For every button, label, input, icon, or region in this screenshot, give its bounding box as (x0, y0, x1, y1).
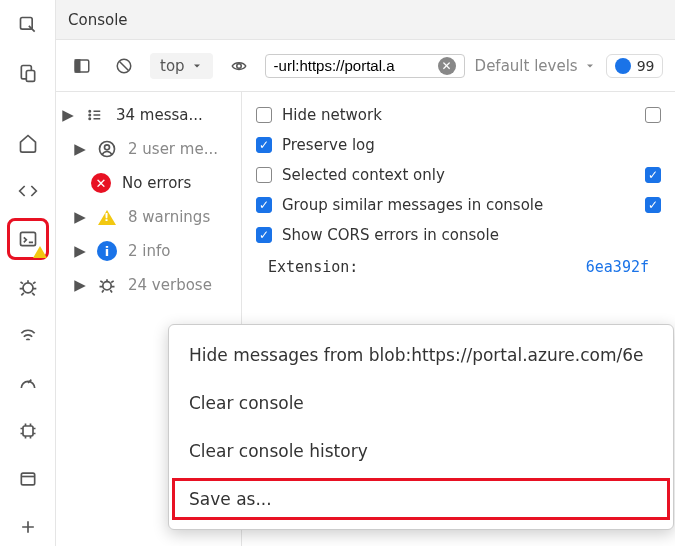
info-icon: i (96, 240, 118, 262)
console-toolbar: top ✕ Default levels 99 (56, 40, 675, 92)
panel-title: Console (56, 0, 675, 40)
warning-badge-icon (33, 246, 47, 258)
extension-link[interactable]: 6ea392f (586, 258, 649, 276)
setting-label: Show CORS errors in console (282, 226, 499, 244)
svg-point-12 (89, 114, 91, 116)
checkbox[interactable] (256, 167, 272, 183)
setting-preserve-log[interactable]: Preserve log (252, 130, 665, 160)
console-icon[interactable] (11, 222, 45, 256)
panel-title-text: Console (68, 11, 128, 29)
sidebar-toggle-button[interactable] (66, 50, 98, 82)
disclosure-icon: ▶ (62, 106, 74, 124)
device-icon[interactable] (11, 56, 45, 90)
error-icon: ✕ (90, 172, 112, 194)
sidebar-item-label: 2 user me... (128, 140, 231, 158)
elements-icon[interactable] (11, 174, 45, 208)
devtools-left-rail (0, 0, 56, 546)
list-icon (84, 104, 106, 126)
setting-label: Preserve log (282, 136, 375, 154)
sidebar-item-label: 2 info (128, 242, 231, 260)
disclosure-icon: ▶ (74, 140, 86, 158)
memory-icon[interactable] (11, 414, 45, 448)
checkbox-secondary[interactable] (645, 167, 661, 183)
checkbox-secondary[interactable] (645, 107, 661, 123)
svg-point-4 (23, 283, 33, 293)
setting-label: Selected context only (282, 166, 445, 184)
checkbox[interactable] (256, 107, 272, 123)
user-circle-icon (96, 138, 118, 160)
checkbox[interactable] (256, 137, 272, 153)
add-tab-icon[interactable] (11, 510, 45, 544)
clear-console-button[interactable] (108, 50, 140, 82)
bug-icon[interactable] (11, 270, 45, 304)
disclosure-icon: ▶ (74, 242, 86, 260)
sidebar-item-warnings[interactable]: ▶ 8 warnings (56, 200, 241, 234)
disclosure-icon: ▶ (74, 276, 86, 294)
chevron-down-icon (584, 60, 596, 72)
sidebar-item-verbose[interactable]: ▶ 24 verbose (56, 268, 241, 302)
setting-label: Hide network (282, 106, 382, 124)
setting-cors-errors[interactable]: Show CORS errors in console (252, 220, 665, 250)
filter-input[interactable] (274, 57, 438, 74)
setting-selected-context[interactable]: Selected context only (252, 160, 665, 190)
sidebar-item-label: 8 warnings (128, 208, 231, 226)
chevron-down-icon (191, 60, 203, 72)
svg-rect-8 (75, 60, 80, 72)
svg-point-15 (105, 145, 110, 150)
inspect-icon[interactable] (11, 8, 45, 42)
svg-point-16 (103, 282, 111, 290)
performance-icon[interactable] (11, 366, 45, 400)
filter-clear-button[interactable]: ✕ (438, 57, 456, 75)
extension-message-row[interactable]: Extension: 6ea392f (252, 250, 665, 284)
sidebar-item-label: 24 verbose (128, 276, 231, 294)
application-icon[interactable] (11, 462, 45, 496)
sidebar-item-user[interactable]: ▶ 2 user me... (56, 132, 241, 166)
context-menu-clear-history[interactable]: Clear console history (169, 427, 673, 475)
svg-point-11 (89, 111, 91, 113)
sidebar-item-label: 34 messa... (116, 106, 231, 124)
context-label: top (160, 57, 185, 75)
issue-indicator-icon (615, 58, 631, 74)
context-menu-clear-console[interactable]: Clear console (169, 379, 673, 427)
svg-rect-5 (23, 426, 33, 436)
svg-point-10 (236, 63, 241, 68)
home-icon[interactable] (11, 126, 45, 160)
sidebar-item-info[interactable]: ▶ i 2 info (56, 234, 241, 268)
svg-point-13 (89, 118, 91, 120)
setting-hide-network[interactable]: Hide network (252, 100, 665, 130)
sidebar-item-label: No errors (122, 174, 231, 192)
checkbox-secondary[interactable] (645, 197, 661, 213)
context-menu-hide-messages[interactable]: Hide messages from blob:https://portal.a… (169, 331, 673, 379)
checkbox[interactable] (256, 197, 272, 213)
svg-rect-3 (20, 232, 35, 245)
issues-count: 99 (637, 58, 655, 74)
context-menu-save-as[interactable]: Save as... (169, 475, 673, 523)
warning-icon (96, 206, 118, 228)
checkbox[interactable] (256, 227, 272, 243)
setting-label: Group similar messages in console (282, 196, 543, 214)
log-levels-selector[interactable]: Default levels (475, 57, 596, 75)
sidebar-item-messages[interactable]: ▶ 34 messa... (56, 98, 241, 132)
context-selector[interactable]: top (150, 53, 213, 79)
network-icon[interactable] (11, 318, 45, 352)
svg-rect-2 (26, 71, 34, 82)
levels-label: Default levels (475, 57, 578, 75)
sidebar-item-errors[interactable]: ✕ No errors (56, 166, 241, 200)
context-menu: Hide messages from blob:https://portal.a… (168, 324, 674, 530)
setting-group-similar[interactable]: Group similar messages in console (252, 190, 665, 220)
issues-button[interactable]: 99 (606, 54, 664, 78)
bug-small-icon (96, 274, 118, 296)
live-expression-button[interactable] (223, 50, 255, 82)
svg-rect-6 (21, 473, 34, 485)
extension-label: Extension: (268, 258, 358, 276)
filter-box: ✕ (265, 54, 465, 78)
disclosure-icon: ▶ (74, 208, 86, 226)
